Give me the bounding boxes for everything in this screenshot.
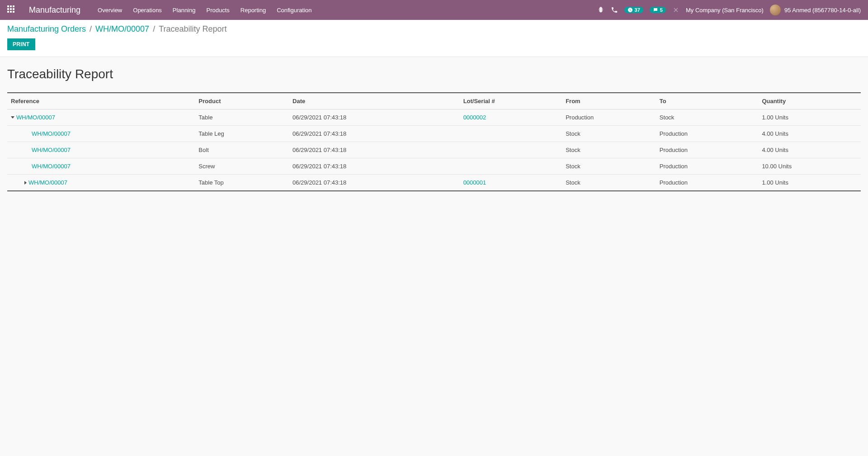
- nav-menu: Overview Operations Planning Products Re…: [93, 4, 316, 16]
- app-brand[interactable]: Manufacturing: [29, 5, 80, 15]
- cell-date: 06/29/2021 07:43:18: [289, 175, 460, 191]
- avatar: [770, 5, 781, 15]
- close-icon[interactable]: [672, 6, 679, 14]
- cell-lot: 0000001: [460, 175, 562, 191]
- cell-quantity: 4.00 Units: [758, 126, 861, 142]
- cell-date: 06/29/2021 07:43:18: [289, 126, 460, 142]
- cell-from: Stock: [562, 175, 656, 191]
- breadcrumb-order[interactable]: WH/MO/00007: [95, 24, 149, 34]
- cell-to: Production: [656, 142, 759, 158]
- table-row: WH/MO/00007Table06/29/2021 07:43:1800000…: [7, 109, 861, 126]
- lot-link[interactable]: 0000002: [463, 114, 486, 121]
- breadcrumb-sep: /: [152, 24, 156, 34]
- cell-from: Stock: [562, 126, 656, 142]
- report-table: Reference Product Date Lot/Serial # From…: [7, 92, 861, 191]
- nav-products[interactable]: Products: [202, 4, 234, 16]
- cell-to: Stock: [656, 109, 759, 126]
- col-quantity: Quantity: [758, 93, 861, 109]
- col-to: To: [656, 93, 759, 109]
- cell-from: Stock: [562, 158, 656, 175]
- cell-to: Production: [656, 126, 759, 142]
- cell-from: Production: [562, 109, 656, 126]
- phone-icon[interactable]: [611, 6, 618, 14]
- messages-pill[interactable]: 5: [650, 7, 666, 13]
- col-date: Date: [289, 93, 460, 109]
- control-panel: Manufacturing Orders / WH/MO/00007 / Tra…: [0, 20, 868, 57]
- table-row: WH/MO/00007Table Leg06/29/2021 07:43:18S…: [7, 126, 861, 142]
- report-title: Traceability Report: [7, 67, 861, 81]
- nav-configuration[interactable]: Configuration: [272, 4, 316, 16]
- cell-quantity: 10.00 Units: [758, 158, 861, 175]
- reference-link[interactable]: WH/MO/00007: [32, 163, 71, 170]
- col-reference: Reference: [7, 93, 195, 109]
- reference-link[interactable]: WH/MO/00007: [16, 114, 55, 121]
- apps-icon[interactable]: [7, 5, 16, 14]
- debug-icon[interactable]: [597, 6, 604, 14]
- cell-product: Table Top: [195, 175, 289, 191]
- user-name: 95 Anmed (8567780-14-0-all): [784, 7, 861, 14]
- col-from: From: [562, 93, 656, 109]
- user-menu[interactable]: 95 Anmed (8567780-14-0-all): [770, 5, 861, 15]
- cell-date: 06/29/2021 07:43:18: [289, 142, 460, 158]
- lot-link[interactable]: 0000001: [463, 179, 486, 186]
- print-button[interactable]: Print: [7, 38, 35, 50]
- breadcrumb-root[interactable]: Manufacturing Orders: [7, 24, 86, 34]
- nav-reporting[interactable]: Reporting: [236, 4, 270, 16]
- cell-product: Table Leg: [195, 126, 289, 142]
- report: Traceability Report Reference Product Da…: [0, 57, 868, 209]
- cell-date: 06/29/2021 07:43:18: [289, 158, 460, 175]
- reference-link[interactable]: WH/MO/00007: [32, 130, 71, 137]
- activities-pill[interactable]: 37: [624, 7, 643, 13]
- navbar: Manufacturing Overview Operations Planni…: [0, 0, 868, 20]
- breadcrumb-current: Traceability Report: [159, 24, 226, 34]
- cell-lot: [460, 158, 562, 175]
- cell-lot: [460, 142, 562, 158]
- cell-product: Bolt: [195, 142, 289, 158]
- cell-lot: [460, 126, 562, 142]
- nav-right: 37 5 My Company (San Francisco) 95 Anmed…: [597, 5, 861, 15]
- cell-product: Screw: [195, 158, 289, 175]
- caret-right-icon[interactable]: [24, 181, 27, 185]
- company-switcher[interactable]: My Company (San Francisco): [686, 7, 764, 14]
- nav-operations[interactable]: Operations: [128, 4, 166, 16]
- cell-quantity: 1.00 Units: [758, 109, 861, 126]
- cell-date: 06/29/2021 07:43:18: [289, 109, 460, 126]
- breadcrumb-sep: /: [89, 24, 93, 34]
- breadcrumbs: Manufacturing Orders / WH/MO/00007 / Tra…: [7, 24, 861, 34]
- col-lot: Lot/Serial #: [460, 93, 562, 109]
- cell-product: Table: [195, 109, 289, 126]
- nav-overview[interactable]: Overview: [93, 4, 127, 16]
- messages-count: 5: [660, 7, 663, 13]
- table-row: WH/MO/00007Table Top06/29/2021 07:43:180…: [7, 175, 861, 191]
- cell-to: Production: [656, 175, 759, 191]
- cell-quantity: 4.00 Units: [758, 142, 861, 158]
- reference-link[interactable]: WH/MO/00007: [28, 179, 67, 186]
- col-product: Product: [195, 93, 289, 109]
- caret-down-icon[interactable]: [11, 116, 14, 119]
- cell-lot: 0000002: [460, 109, 562, 126]
- table-row: WH/MO/00007Bolt06/29/2021 07:43:18StockP…: [7, 142, 861, 158]
- reference-link[interactable]: WH/MO/00007: [32, 147, 71, 153]
- cell-to: Production: [656, 158, 759, 175]
- nav-planning[interactable]: Planning: [168, 4, 200, 16]
- activities-count: 37: [635, 7, 640, 13]
- table-row: WH/MO/00007Screw06/29/2021 07:43:18Stock…: [7, 158, 861, 175]
- cell-from: Stock: [562, 142, 656, 158]
- cell-quantity: 1.00 Units: [758, 175, 861, 191]
